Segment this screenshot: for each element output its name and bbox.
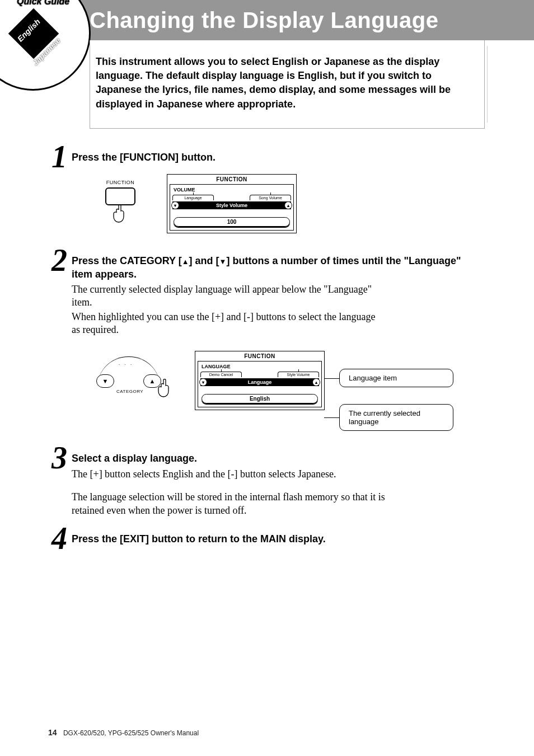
page-title: Changing the Display Language: [90, 8, 438, 33]
hand-pointer-icon: [112, 204, 129, 223]
callout-current-language: The currently selected language: [339, 404, 453, 431]
lcd-screen-language: FUNCTION LANGUAGE Demo Cancel Style Volu…: [195, 351, 325, 410]
callout-language-item: Language item: [339, 369, 453, 387]
lcd1-tab-right: Song Volume: [259, 196, 282, 200]
lcd2-current-item: Language: [248, 379, 272, 385]
badge-tagline: Quick Guide: [17, 0, 69, 7]
callout-group: Language item The currently selected lan…: [339, 369, 453, 431]
step-2-heading: Press the CATEGORY [▲] and [▼] buttons a…: [72, 255, 472, 281]
lcd1-category: VOLUME: [172, 186, 291, 195]
step-3-body-2: The language selection will be stored in…: [72, 491, 385, 517]
lcd1-value: 100: [174, 217, 290, 227]
hand-pointer-icon: [157, 379, 174, 398]
lcd2-value: English: [202, 394, 318, 403]
quick-guide-badge: Quick Guide English Japanese: [0, 0, 82, 79]
lcd1-title: FUNCTION: [167, 175, 296, 184]
category-up-icon: ▲: [182, 258, 189, 265]
lcd1-tab-left: Language: [184, 196, 202, 200]
step-3-heading: Select a display language.: [72, 452, 472, 465]
lcd-arrow-up-icon: ▴: [284, 201, 292, 209]
manual-page: Changing the Display Language Quick Guid…: [0, 0, 534, 756]
lcd-arrow-down-icon: ▾: [171, 201, 179, 209]
step-1: 1 Press the [FUNCTION] button. FUNCTION …: [48, 151, 472, 233]
step-4: 4 Press the [EXIT] button to return to t…: [48, 533, 472, 546]
step-1-heading: Press the [FUNCTION] button.: [72, 151, 472, 164]
lcd2-tab-right: Style Volume: [287, 373, 310, 377]
function-button-icon: [105, 187, 135, 205]
lcd-arrow-down-icon: ▾: [199, 378, 207, 386]
steps-list: 1 Press the [FUNCTION] button. FUNCTION …: [48, 151, 472, 546]
page-number: 14: [48, 728, 57, 737]
lcd1-current-item: Style Volume: [216, 203, 247, 208]
step-2-body-1: The currently selected display language …: [72, 283, 385, 309]
lcd2-tab-left: Demo Cancel: [209, 373, 233, 377]
intro-text: This instrument allows you to select Eng…: [96, 56, 451, 110]
step-2-body-2: When highlighted you can use the [+] and…: [72, 311, 385, 337]
lcd-arrow-up-icon: ▴: [312, 378, 320, 386]
intro-section: This instrument allows you to select Eng…: [90, 40, 485, 129]
step-3-body-1: The [+] button selects English and the […: [72, 468, 385, 481]
page-footer: 14 DGX-620/520, YPG-625/525 Owner's Manu…: [48, 728, 199, 737]
category-down-icon: ▼: [219, 258, 227, 265]
step-number: 4: [47, 523, 72, 554]
step-number: 3: [47, 442, 72, 473]
step-number: 1: [47, 141, 72, 172]
step-4-heading: Press the [EXIT] button to return to the…: [72, 533, 472, 546]
category-label: CATEGORY: [116, 389, 143, 394]
lcd2-category: LANGUAGE: [200, 363, 319, 372]
category-buttons-illustration: · · · ▼ ▲ CATEGORY: [85, 351, 180, 401]
function-button-label: FUNCTION: [105, 180, 135, 185]
category-down-button-icon: ▼: [96, 374, 114, 388]
lcd-screen-volume: FUNCTION VOLUME Language Song Volume ▾ S…: [167, 174, 297, 233]
step-2: 2 Press the CATEGORY [▲] and [▼] buttons…: [48, 255, 472, 431]
function-button-illustration: FUNCTION: [105, 180, 135, 226]
step-number: 2: [47, 245, 72, 276]
lcd2-title: FUNCTION: [195, 351, 324, 361]
step-3: 3 Select a display language. The [+] but…: [48, 452, 472, 517]
document-name: DGX-620/520, YPG-625/525 Owner's Manual: [63, 729, 199, 737]
